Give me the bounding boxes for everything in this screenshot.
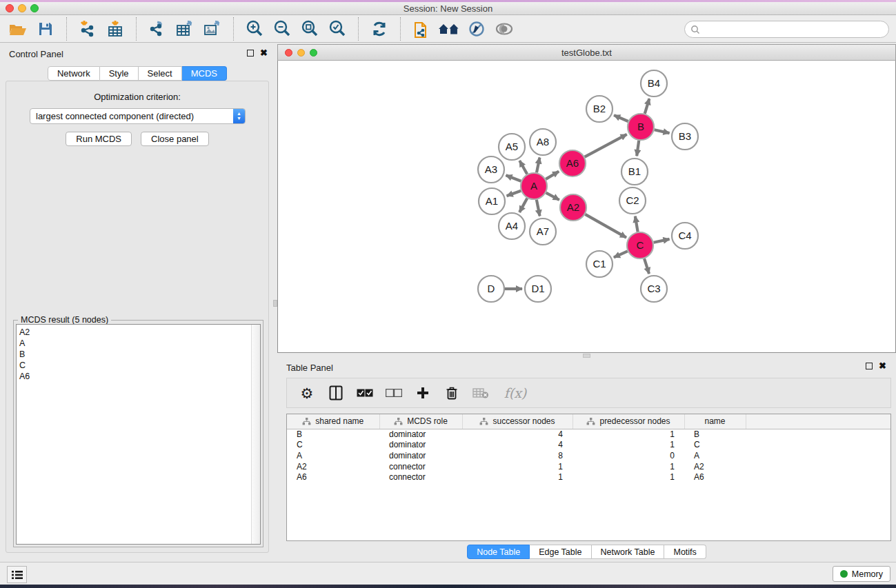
cell-predecessor-nodes[interactable]: 1 xyxy=(573,429,684,440)
table-row[interactable]: A6connector11A6 xyxy=(287,472,891,483)
column-header-successor-nodes[interactable]: successor nodes xyxy=(462,414,573,429)
edge-A-A4[interactable] xyxy=(519,199,527,212)
mcds-result-item[interactable]: B xyxy=(19,349,260,360)
cell-shared-name[interactable]: A xyxy=(287,451,379,462)
gear-button[interactable]: ⚙ xyxy=(298,383,316,403)
cell-shared-name[interactable]: B xyxy=(287,429,379,440)
edge-A-A1[interactable] xyxy=(507,191,521,196)
cell-MCDS-role[interactable]: connector xyxy=(379,462,462,473)
cell-shared-name[interactable]: A6 xyxy=(287,472,379,483)
import-table-button[interactable] xyxy=(101,17,129,41)
tab-style[interactable]: Style xyxy=(100,66,139,81)
cell-shared-name[interactable]: A2 xyxy=(287,462,379,473)
zoom-in-button[interactable] xyxy=(241,17,268,41)
eye-button[interactable] xyxy=(490,17,518,41)
cell-name[interactable]: C xyxy=(684,440,746,451)
edge-A-A2[interactable] xyxy=(546,193,559,200)
cell-shared-name[interactable]: C xyxy=(287,440,379,451)
memory-button[interactable]: Memory xyxy=(833,566,890,582)
cell-successor-nodes[interactable]: 8 xyxy=(462,451,573,462)
mcds-result-item[interactable]: C xyxy=(19,360,260,371)
table-row[interactable]: Bdominator41B xyxy=(287,429,891,440)
edge-C-C1[interactable] xyxy=(614,251,628,257)
tab-network[interactable]: Network xyxy=(48,66,100,81)
column-header-name[interactable]: name xyxy=(684,414,746,429)
close-panel-icon[interactable]: ✖ xyxy=(879,363,886,369)
close-panel-button[interactable]: Close panel xyxy=(141,132,209,146)
columns-button[interactable] xyxy=(327,383,345,403)
column-header-predecessor-nodes[interactable]: predecessor nodes xyxy=(573,414,684,429)
edge-A-A8[interactable] xyxy=(537,158,539,173)
search-input[interactable] xyxy=(700,23,888,37)
zoom-selected-button[interactable] xyxy=(323,17,351,41)
search-field[interactable] xyxy=(684,21,889,38)
edge-C-C4[interactable] xyxy=(654,239,670,243)
edge-A-A3[interactable] xyxy=(506,175,521,181)
function-builder-button[interactable]: f(x) xyxy=(501,383,530,403)
table-row[interactable]: Cdominator41C xyxy=(287,440,891,451)
titlebar[interactable]: Session: New Session xyxy=(0,2,896,15)
delete-column-button[interactable] xyxy=(443,383,461,403)
cell-name[interactable]: A xyxy=(684,451,746,462)
split-divider-grip[interactable] xyxy=(583,354,590,358)
refresh-button[interactable] xyxy=(366,17,393,41)
edge-C-C3[interactable] xyxy=(644,258,649,274)
mcds-result-item[interactable]: A2 xyxy=(19,327,260,338)
float-panel-icon[interactable] xyxy=(866,363,873,369)
mcds-result-item[interactable]: A6 xyxy=(19,371,260,382)
node-table[interactable]: shared nameMCDS rolesuccessor nodesprede… xyxy=(286,414,891,541)
tab-edge-table[interactable]: Edge Table xyxy=(530,545,591,559)
mcds-result-list[interactable]: A2ABCA6 xyxy=(16,324,261,545)
tab-motifs[interactable]: Motifs xyxy=(664,545,706,559)
cell-predecessor-nodes[interactable]: 1 xyxy=(573,472,684,483)
edge-A-A5[interactable] xyxy=(519,161,527,174)
cell-MCDS-role[interactable]: dominator xyxy=(379,429,462,440)
cell-MCDS-role[interactable]: connector xyxy=(379,472,462,483)
export-network-button[interactable] xyxy=(143,17,171,41)
edge-B-B4[interactable] xyxy=(645,99,650,114)
save-session-button[interactable] xyxy=(32,17,59,41)
cell-successor-nodes[interactable]: 4 xyxy=(462,440,573,451)
delete-table-button[interactable] xyxy=(472,383,490,403)
network-document-button[interactable] xyxy=(408,17,435,41)
close-panel-icon[interactable]: ✖ xyxy=(260,50,268,57)
mcds-result-item[interactable]: A xyxy=(19,338,260,349)
scrollbar-track[interactable] xyxy=(251,325,260,544)
run-mcds-button[interactable]: Run MCDS xyxy=(66,132,132,146)
hide-annotations-button[interactable] xyxy=(463,17,490,41)
edge-A2-C[interactable] xyxy=(585,214,626,238)
optimization-criterion-select[interactable]: largest connected component (directed) ▲… xyxy=(30,108,246,124)
deselect-all-rows-button[interactable] xyxy=(385,383,403,403)
select-all-rows-button[interactable] xyxy=(356,383,374,403)
cell-successor-nodes[interactable]: 1 xyxy=(462,462,573,473)
edge-A-A6[interactable] xyxy=(546,172,559,179)
table-row[interactable]: A2connector11A2 xyxy=(287,462,891,473)
import-network-button[interactable] xyxy=(74,17,101,41)
table-row[interactable]: Adominator80A xyxy=(287,451,891,462)
edge-B-B2[interactable] xyxy=(614,115,628,121)
edge-C-C2[interactable] xyxy=(635,216,638,232)
task-history-button[interactable] xyxy=(7,566,27,583)
edge-A6-B[interactable] xyxy=(585,134,627,157)
zoom-fit-button[interactable] xyxy=(296,17,323,41)
column-header-MCDS-role[interactable]: MCDS role xyxy=(379,414,462,429)
column-header-shared-name[interactable]: shared name xyxy=(287,414,379,429)
horizontal-divider[interactable] xyxy=(277,353,896,358)
tab-select[interactable]: Select xyxy=(139,66,182,81)
cell-predecessor-nodes[interactable]: 0 xyxy=(573,451,684,462)
export-table-button[interactable] xyxy=(171,17,199,41)
network-graph[interactable]: B4B2BB3A8A5A6A3B1AC2A1A2A4A7C4CC1C3DD1 xyxy=(278,61,895,352)
cell-predecessor-nodes[interactable]: 1 xyxy=(573,462,684,473)
cell-successor-nodes[interactable]: 4 xyxy=(462,429,573,440)
cell-MCDS-role[interactable]: dominator xyxy=(379,440,462,451)
split-divider-grip[interactable] xyxy=(273,300,277,307)
cell-name[interactable]: A2 xyxy=(684,462,746,473)
network-window-titlebar[interactable]: testGlobe.txt xyxy=(277,44,896,61)
add-column-button[interactable] xyxy=(414,383,432,403)
cell-name[interactable]: B xyxy=(684,429,746,440)
cell-successor-nodes[interactable]: 1 xyxy=(462,472,573,483)
tab-node-table[interactable]: Node Table xyxy=(467,545,530,559)
edge-A-A7[interactable] xyxy=(537,200,540,216)
zoom-out-button[interactable] xyxy=(268,17,296,41)
open-file-button[interactable] xyxy=(4,17,32,41)
